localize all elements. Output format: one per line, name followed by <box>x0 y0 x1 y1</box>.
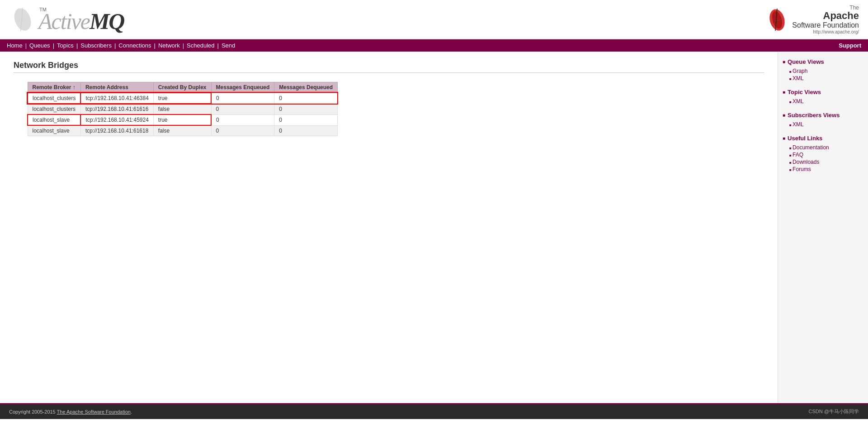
cell-remote-address: tcp://192.168.10.41:46384 <box>80 93 153 104</box>
nav-connections[interactable]: Connections <box>118 42 151 49</box>
header: TM ActiveMQ The Apache Software Foundati… <box>0 0 868 39</box>
cell-remote-address: tcp://192.168.10.41:61616 <box>80 104 153 114</box>
cell-remote-broker: localhost_clusters <box>28 93 80 104</box>
nav-send[interactable]: Send <box>222 42 235 49</box>
nav-topics[interactable]: Topics <box>57 42 74 49</box>
sidebar-link-documentation[interactable]: Documentation <box>783 144 863 151</box>
content: Network Bridges Remote Broker ↑ Remote A… <box>0 52 778 403</box>
cell-dequeued: 0 <box>274 114 338 125</box>
nav-network[interactable]: Network <box>158 42 180 49</box>
cell-dequeued: 0 <box>274 104 338 114</box>
nav-home[interactable]: Home <box>7 42 23 49</box>
cell-remote-broker: localhost_slave <box>28 114 80 125</box>
col-created-by-duplex: Created By Duplex <box>153 82 211 93</box>
page-title: Network Bridges <box>14 61 764 73</box>
cell-dequeued: 0 <box>274 125 338 136</box>
sidebar-link-downloads[interactable]: Downloads <box>783 158 863 166</box>
logo-active: Active <box>38 9 90 34</box>
cell-duplex: true <box>153 114 211 125</box>
cell-remote-address: tcp://192.168.10.41:45924 <box>80 114 153 125</box>
col-remote-address: Remote Address <box>80 82 153 93</box>
sidebar-topic-views-title: Topic Views <box>783 89 863 95</box>
col-messages-dequeued: Messages Dequeued <box>274 82 338 93</box>
apache-foundation: Software Foundation <box>792 21 859 29</box>
sidebar-link-topic-xml[interactable]: XML <box>783 98 863 105</box>
cell-remote-broker: localhost_clusters <box>28 104 80 114</box>
cell-duplex: false <box>153 125 211 136</box>
col-messages-enqueued: Messages Enqueued <box>211 82 274 93</box>
cell-enqueued: 0 <box>211 114 274 125</box>
table-row: localhost_clusters tcp://192.168.10.41:4… <box>28 93 337 104</box>
navbar: Home | Queues | Topics | Subscribers | C… <box>0 39 868 52</box>
sidebar-section-queue-views: Queue Views Graph XML <box>783 58 863 82</box>
table-row: localhost_slave tcp://192.168.10.41:6161… <box>28 125 337 136</box>
nav-sep-6: | <box>183 42 184 49</box>
nav-sep-2: | <box>53 42 54 49</box>
logo-area: TM ActiveMQ <box>9 6 124 33</box>
nav-scheduled[interactable]: Scheduled <box>187 42 214 49</box>
sidebar-link-faq[interactable]: FAQ <box>783 151 863 158</box>
nav-sep-4: | <box>114 42 116 49</box>
cell-enqueued: 0 <box>211 93 274 104</box>
bridges-table: Remote Broker ↑ Remote Address Created B… <box>27 82 338 136</box>
main-layout: Network Bridges Remote Broker ↑ Remote A… <box>0 52 868 403</box>
table-row: localhost_clusters tcp://192.168.10.41:6… <box>28 104 337 114</box>
footer-period: . <box>131 409 132 414</box>
footer-apache-link[interactable]: The Apache Software Foundation <box>57 409 131 414</box>
sidebar-subscribers-views-title: Subscribers Views <box>783 112 863 119</box>
table-header-row: Remote Broker ↑ Remote Address Created B… <box>28 82 337 93</box>
sidebar-section-subscribers-views: Subscribers Views XML <box>783 112 863 128</box>
sidebar: Queue Views Graph XML Topic Views XML Su… <box>778 52 868 403</box>
sidebar-section-useful-links: Useful Links Documentation FAQ Downloads… <box>783 135 863 173</box>
apache-text: The Apache Software Foundation http://ww… <box>792 5 859 34</box>
sidebar-link-graph[interactable]: Graph <box>783 67 863 75</box>
watermark: CSDN @牛马小陈同学 <box>809 408 859 415</box>
logo-main: ActiveMQ <box>38 10 124 33</box>
cell-duplex: true <box>153 93 211 104</box>
sidebar-link-forums[interactable]: Forums <box>783 166 863 173</box>
cell-remote-broker: localhost_slave <box>28 125 80 136</box>
sidebar-queue-views-title: Queue Views <box>783 58 863 65</box>
cell-duplex: false <box>153 104 211 114</box>
apache-name: Apache <box>792 11 859 21</box>
logo-text-container: TM ActiveMQ <box>38 7 124 33</box>
cell-remote-address: tcp://192.168.10.41:61618 <box>80 125 153 136</box>
sidebar-section-topic-views: Topic Views XML <box>783 89 863 105</box>
sidebar-link-subscribers-xml[interactable]: XML <box>783 121 863 128</box>
footer-text: Copyright 2005-2015 <box>9 409 57 414</box>
logo-mq: MQ <box>90 9 124 34</box>
cell-enqueued: 0 <box>211 125 274 136</box>
apache-url: http://www.apache.org/ <box>792 29 859 34</box>
nav-sep-1: | <box>25 42 27 49</box>
nav-support: Support <box>839 42 861 49</box>
sidebar-link-queue-xml[interactable]: XML <box>783 75 863 82</box>
nav-sep-5: | <box>154 42 156 49</box>
cell-enqueued: 0 <box>211 104 274 114</box>
nav-links: Home | Queues | Topics | Subscribers | C… <box>7 42 235 49</box>
feather-icon <box>9 6 36 33</box>
sidebar-useful-links-title: Useful Links <box>783 135 863 142</box>
cell-dequeued: 0 <box>274 93 338 104</box>
col-remote-broker: Remote Broker ↑ <box>28 82 80 93</box>
nav-subscribers[interactable]: Subscribers <box>80 42 112 49</box>
nav-sep-7: | <box>217 42 219 49</box>
nav-sep-3: | <box>76 42 78 49</box>
nav-queues[interactable]: Queues <box>29 42 50 49</box>
apache-feather-icon <box>767 7 788 32</box>
table-row: localhost_slave tcp://192.168.10.41:4592… <box>28 114 337 125</box>
footer: Copyright 2005-2015 The Apache Software … <box>0 403 868 419</box>
apache-logo: The Apache Software Foundation http://ww… <box>767 5 859 34</box>
table-body: localhost_clusters tcp://192.168.10.41:4… <box>28 93 337 136</box>
